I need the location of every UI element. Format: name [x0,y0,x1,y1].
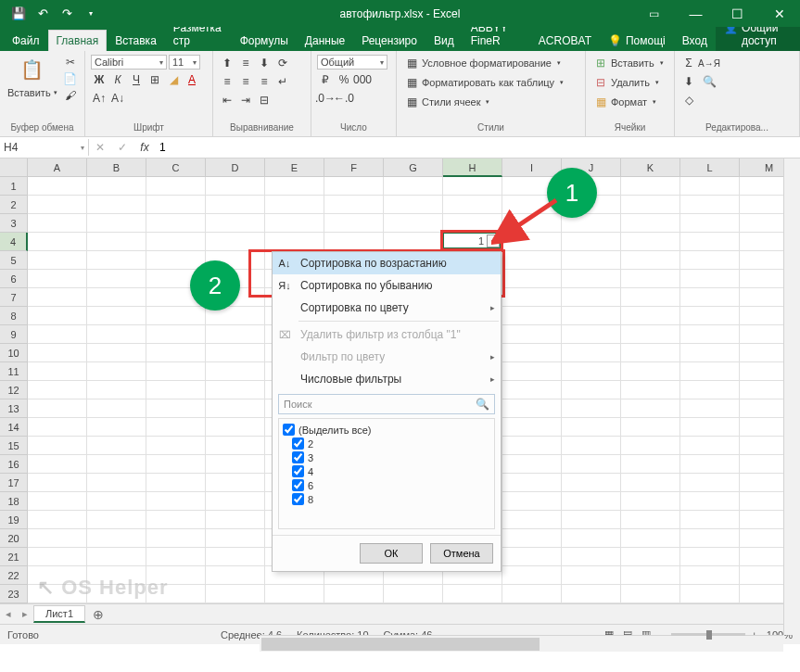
autosum-icon[interactable]: Σ [680,55,697,71]
cell[interactable] [87,399,146,418]
maximize-button[interactable]: ☐ [717,0,758,27]
column-header[interactable]: A [28,158,87,177]
cell[interactable] [562,344,621,362]
cell[interactable] [562,251,621,270]
cell[interactable] [680,196,740,214]
filter-dropdown-button[interactable]: ▼ [487,235,500,247]
increase-indent-icon[interactable]: ⇥ [237,92,254,108]
cell[interactable] [146,511,206,529]
cell[interactable] [146,233,206,251]
cell[interactable] [680,548,740,566]
cell[interactable] [28,362,87,381]
cell[interactable] [146,344,206,362]
sheet-nav-next[interactable]: ▸ [17,608,33,620]
find-icon[interactable]: 🔍 [701,73,717,90]
fx-icon[interactable]: fx [133,141,156,154]
cell[interactable] [206,418,265,437]
align-middle-icon[interactable]: ≡ [237,55,254,71]
spreadsheet-grid[interactable]: ABCDEFGHIJKLM 12345678910111213141516171… [0,158,800,603]
row-header[interactable]: 17 [0,474,28,492]
cell[interactable] [206,455,265,474]
delete-cells-button[interactable]: ⊟Удалить▾ [591,74,661,91]
cell[interactable] [146,492,206,511]
cell[interactable] [562,399,621,418]
row-header[interactable]: 7 [0,288,28,307]
cell[interactable] [384,177,443,196]
cell[interactable] [28,437,87,455]
sheet-nav-prev[interactable]: ◂ [0,608,17,620]
filter-item-checkbox[interactable] [292,465,304,477]
row-header[interactable]: 22 [0,566,28,585]
tab-file[interactable]: Файл [4,30,48,51]
cell[interactable] [562,437,621,455]
cell[interactable] [680,511,740,529]
cell[interactable] [680,344,740,362]
cell[interactable] [621,548,680,566]
cell[interactable] [562,288,621,307]
clear-icon[interactable]: ◇ [680,92,697,108]
cell[interactable] [502,344,562,362]
conditional-formatting-button[interactable]: ▦Условное форматирование▾ [402,55,563,71]
cell[interactable] [87,251,146,270]
align-top-icon[interactable]: ⬆ [219,55,235,71]
cell[interactable] [28,399,87,418]
cell[interactable] [28,196,87,214]
column-header[interactable]: F [324,158,384,177]
cell[interactable] [621,474,680,492]
cell[interactable] [621,399,680,418]
cell[interactable] [621,214,680,233]
decrease-decimal-icon[interactable]: ←.0 [336,90,352,107]
orientation-icon[interactable]: ⟳ [274,55,291,71]
cell[interactable] [621,455,680,474]
cell[interactable] [502,288,562,307]
row-header[interactable]: 5 [0,251,28,270]
cell[interactable] [87,455,146,474]
cell[interactable] [443,196,502,214]
save-icon[interactable]: 💾 [7,3,30,25]
row-header[interactable]: 11 [0,362,28,381]
cell[interactable] [324,196,384,214]
cell[interactable] [621,585,680,603]
sort-filter-icon[interactable]: A→Я [701,55,717,71]
merge-icon[interactable]: ⊟ [256,92,273,108]
cell[interactable] [502,529,562,548]
cell[interactable] [146,474,206,492]
tab-data[interactable]: Данные [297,30,353,51]
cell[interactable] [443,585,502,603]
new-sheet-button[interactable]: ⊕ [85,607,111,622]
select-all-button[interactable] [0,158,28,177]
redo-icon[interactable]: ↷ [56,3,78,25]
align-center-icon[interactable]: ≡ [237,73,254,90]
cell[interactable] [680,325,740,344]
cell[interactable] [562,548,621,566]
row-header[interactable]: 21 [0,548,28,566]
cell[interactable] [680,233,740,251]
cell[interactable] [87,307,146,325]
increase-font-icon[interactable]: A↑ [91,90,108,107]
name-box[interactable]: H4▾ [0,139,89,156]
cell[interactable] [87,362,146,381]
cell[interactable] [206,474,265,492]
cell[interactable] [206,548,265,566]
cell[interactable] [87,233,146,251]
cell[interactable] [28,344,87,362]
cell[interactable] [28,270,87,288]
cell[interactable] [680,566,740,585]
signin-link[interactable]: Вход [674,30,716,51]
cell[interactable] [324,585,384,603]
cell[interactable] [28,418,87,437]
cell[interactable] [87,492,146,511]
cell[interactable] [28,474,87,492]
cell[interactable] [28,381,87,399]
row-header[interactable]: 12 [0,381,28,399]
cell[interactable] [562,492,621,511]
font-size-combo[interactable]: 11▾ [169,55,200,70]
tab-review[interactable]: Рецензиро [353,30,425,51]
cell[interactable] [87,511,146,529]
cell[interactable] [502,325,562,344]
select-all-checkbox[interactable] [283,424,295,436]
number-format-combo[interactable]: Общий▾ [317,55,387,70]
tell-me[interactable]: 💡Помощі [600,30,674,51]
cell[interactable] [621,566,680,585]
cell[interactable] [562,418,621,437]
